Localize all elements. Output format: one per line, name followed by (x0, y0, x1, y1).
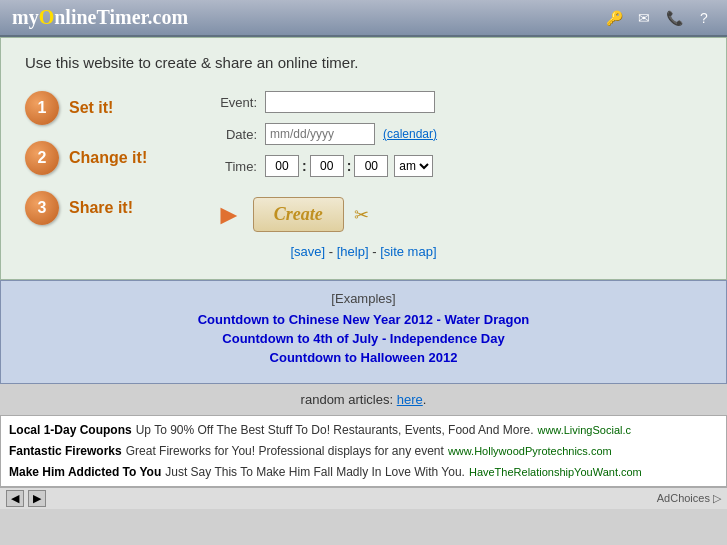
help-link[interactable]: [help] (337, 244, 369, 259)
examples-label: [Examples] (21, 291, 706, 306)
step-1-label: Set it! (69, 99, 113, 117)
create-area: ► Create ✂ (215, 197, 437, 232)
ad-1-text: Great Fireworks for You! Professional di… (126, 443, 444, 460)
title-prefix: my (12, 6, 39, 28)
step-1-circle: 1 (25, 91, 59, 125)
time-ss-input[interactable] (354, 155, 388, 177)
sep-2: - (372, 244, 380, 259)
ad-nav-buttons: ◀ ▶ (6, 490, 46, 507)
form-column: Event: Date: (calendar) Time: : : (215, 91, 437, 232)
header: myOnlineTimer.com 🔑 ✉ 📞 ? (0, 0, 727, 37)
event-row: Event: (215, 91, 437, 113)
ampm-select[interactable]: am pm (394, 155, 433, 177)
email-icon[interactable]: ✉ (633, 7, 655, 29)
random-articles-prefix: random articles: (301, 392, 393, 407)
steps-and-form: 1 Set it! 2 Change it! 3 Share it! Event… (25, 91, 702, 232)
event-input[interactable] (265, 91, 435, 113)
save-link[interactable]: [save] (290, 244, 325, 259)
steps-column: 1 Set it! 2 Change it! 3 Share it! (25, 91, 175, 225)
ad-2-title: Make Him Addicted To You (9, 464, 161, 481)
ad-row-0: Local 1-Day Coupons Up To 90% Off The Be… (9, 420, 718, 441)
date-input[interactable] (265, 123, 375, 145)
time-sep-2: : (346, 158, 353, 174)
ad-row-2: Make Him Addicted To You Just Say This T… (9, 462, 718, 483)
ad-section: Local 1-Day Coupons Up To 90% Off The Be… (0, 415, 727, 487)
time-row: Time: : : am pm (215, 155, 437, 177)
create-scissors-icon: ✂ (354, 204, 369, 226)
time-inputs: : : am pm (265, 155, 433, 177)
time-sep-1: : (301, 158, 308, 174)
title-highlight: O (39, 6, 55, 28)
random-articles-bar: random articles: here. (0, 384, 727, 415)
ad-2-text: Just Say This To Make Him Fall Madly In … (165, 464, 465, 481)
step-3-circle: 3 (25, 191, 59, 225)
ad-0-url[interactable]: www.LivingSocial.c (537, 423, 631, 438)
date-label: Date: (215, 127, 257, 142)
ad-0-text: Up To 90% Off The Best Stuff To Do! Rest… (136, 422, 534, 439)
ad-choices-label[interactable]: AdChoices ▷ (657, 492, 721, 505)
ad-prev-button[interactable]: ◀ (6, 490, 24, 507)
phone-icon[interactable]: 📞 (663, 7, 685, 29)
time-hh-input[interactable] (265, 155, 299, 177)
title-suffix: nlineTimer.com (54, 6, 188, 28)
time-label: Time: (215, 159, 257, 174)
tagline: Use this website to create & share an on… (25, 54, 702, 71)
step-3: 3 Share it! (25, 191, 175, 225)
ad-2-url[interactable]: HaveTheRelationshipYouWant.com (469, 465, 642, 480)
date-row: Date: (calendar) (215, 123, 437, 145)
ad-row-1: Fantastic Fireworks Great Fireworks for … (9, 441, 718, 462)
calendar-link[interactable]: (calendar) (383, 127, 437, 141)
step-1: 1 Set it! (25, 91, 175, 125)
help-icon[interactable]: ? (693, 7, 715, 29)
arrow-icon: ► (215, 199, 243, 231)
step-3-label: Share it! (69, 199, 133, 217)
random-articles-link[interactable]: here (397, 392, 423, 407)
event-label: Event: (215, 95, 257, 110)
example-link-2[interactable]: Countdown to Halloween 2012 (21, 350, 706, 365)
step-2-label: Change it! (69, 149, 147, 167)
header-icons: 🔑 ✉ 📞 ? (603, 7, 715, 29)
site-title: myOnlineTimer.com (12, 6, 188, 29)
examples-section: [Examples] Countdown to Chinese New Year… (0, 280, 727, 384)
time-mm-input[interactable] (310, 155, 344, 177)
sep-1: - (329, 244, 337, 259)
ad-next-button[interactable]: ▶ (28, 490, 46, 507)
example-link-0[interactable]: Countdown to Chinese New Year 2012 - Wat… (21, 312, 706, 327)
sitemap-link[interactable]: [site map] (380, 244, 436, 259)
create-button[interactable]: Create (253, 197, 344, 232)
ad-1-title: Fantastic Fireworks (9, 443, 122, 460)
ad-0-title: Local 1-Day Coupons (9, 422, 132, 439)
example-link-1[interactable]: Countdown to 4th of July - Independence … (21, 331, 706, 346)
links-row: [save] - [help] - [site map] (25, 244, 702, 259)
key-icon[interactable]: 🔑 (603, 7, 625, 29)
step-2-circle: 2 (25, 141, 59, 175)
ad-1-url[interactable]: www.HollywoodPyrotechnics.com (448, 444, 612, 459)
step-2: 2 Change it! (25, 141, 175, 175)
main-form-area: Use this website to create & share an on… (0, 37, 727, 280)
ad-footer: ◀ ▶ AdChoices ▷ (0, 487, 727, 509)
